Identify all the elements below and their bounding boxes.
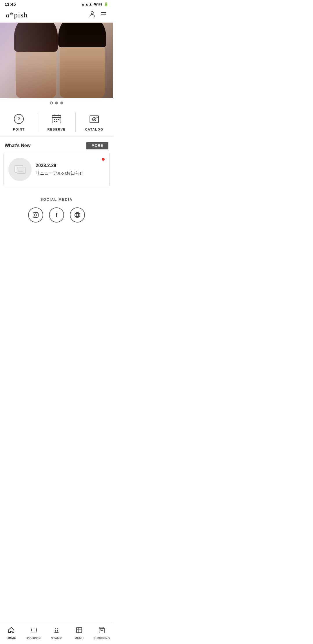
whats-new-title: What's New: [5, 143, 30, 148]
facebook-icon[interactable]: f: [49, 207, 64, 222]
social-media-section: SOCIAL MEDIA f: [0, 191, 113, 231]
social-title: SOCIAL MEDIA: [40, 198, 72, 202]
news-text: リニューアルのお知らせ: [36, 171, 98, 176]
svg-point-17: [94, 119, 95, 120]
social-icons: f: [28, 207, 85, 222]
catalog-icon: [88, 113, 101, 125]
slide-dots: [0, 98, 113, 108]
website-icon[interactable]: [70, 207, 85, 222]
point-label: POINT: [13, 128, 25, 131]
svg-rect-12: [58, 119, 59, 120]
svg-point-25: [37, 213, 38, 214]
instagram-icon[interactable]: [28, 207, 43, 222]
nav-item-catalog[interactable]: CATALOG: [75, 113, 113, 131]
header-actions: [89, 11, 107, 19]
catalog-label: CATALOG: [85, 128, 103, 131]
status-icons: ▲▲▲ WiFi 🔋: [81, 2, 108, 6]
svg-rect-14: [56, 121, 57, 122]
reserve-icon: [50, 113, 63, 125]
news-date: 2023.2.28: [36, 163, 98, 168]
svg-text:P: P: [17, 117, 20, 121]
notification-dot: [102, 158, 105, 161]
news-card[interactable]: 2023.2.28 リニューアルのお知らせ: [3, 153, 110, 186]
menu-icon[interactable]: [100, 11, 107, 19]
profile-icon[interactable]: [89, 11, 96, 19]
dot-3[interactable]: [60, 102, 63, 104]
news-content: 2023.2.28 リニューアルのお知らせ: [36, 163, 98, 176]
svg-point-24: [34, 214, 37, 216]
more-button[interactable]: MORE: [86, 142, 108, 149]
dot-2[interactable]: [55, 102, 58, 104]
facebook-letter: f: [56, 212, 58, 218]
svg-rect-11: [56, 119, 57, 120]
svg-rect-13: [54, 121, 55, 122]
svg-point-0: [91, 12, 93, 14]
svg-rect-23: [33, 212, 38, 218]
wifi-icon: WiFi: [94, 2, 102, 6]
quick-nav: P POINT RESERVE: [0, 108, 113, 137]
svg-point-18: [97, 117, 98, 118]
nav-item-point[interactable]: P POINT: [0, 113, 38, 131]
svg-rect-10: [54, 119, 55, 120]
status-time: 13:45: [5, 2, 16, 7]
dot-1[interactable]: [50, 102, 53, 104]
signal-icon: ▲▲▲: [81, 2, 92, 6]
app-logo: a*pish: [6, 11, 28, 19]
hero-image: [0, 23, 113, 98]
status-bar: 13:45 ▲▲▲ WiFi 🔋: [0, 0, 113, 8]
app-header: a*pish: [0, 8, 113, 23]
news-thumbnail: [8, 158, 32, 181]
point-icon: P: [12, 113, 25, 125]
svg-rect-20: [17, 167, 25, 173]
reserve-label: RESERVE: [48, 128, 66, 131]
nav-item-reserve[interactable]: RESERVE: [38, 113, 75, 131]
whats-new-header: What's New MORE: [0, 137, 113, 153]
battery-icon: 🔋: [104, 2, 108, 6]
